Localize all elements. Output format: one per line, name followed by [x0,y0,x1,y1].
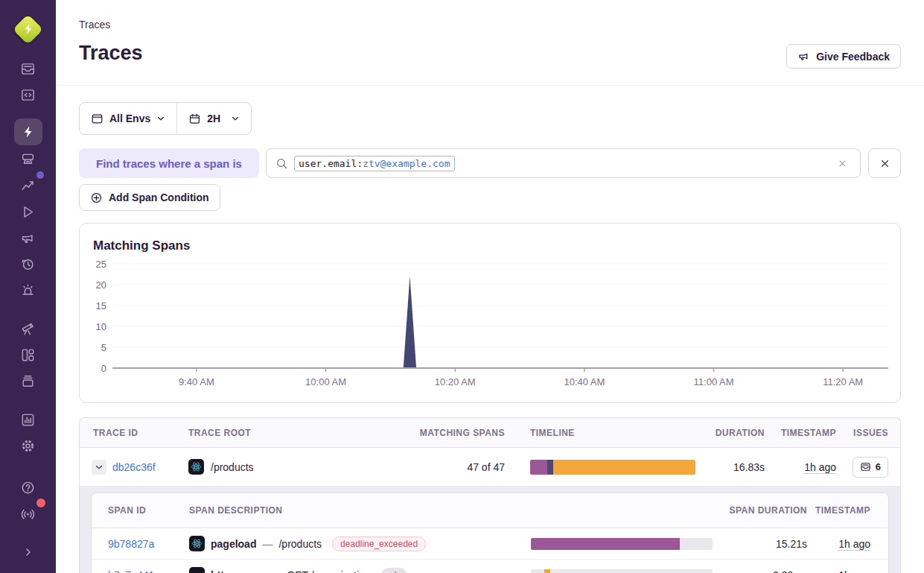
sidebar-collapse-button[interactable] [14,539,42,565]
span-search-input[interactable]: user.email:ztv@example.com [266,148,861,178]
trace-expanded-section: SPAN ID SPAN DESCRIPTION SPAN DURATION T… [80,487,900,573]
trace-root-label[interactable]: /products [211,461,254,473]
trace-timestamp[interactable]: 1h ago [804,461,836,474]
spotlight-logo[interactable] [12,13,45,45]
svg-text:9:40 AM: 9:40 AM [179,376,214,387]
insights-badge [36,171,44,179]
trace-timeline-bar[interactable] [530,460,695,475]
span-status-badge: ok [381,568,407,573]
sidebar-item-crons[interactable] [14,251,42,276]
span-id-link[interactable]: 9b78827a [108,538,154,550]
svg-text:0: 0 [101,363,106,374]
explore-icon [20,321,36,337]
col-issues: ISSUES [853,428,900,438]
give-feedback-button[interactable]: Give Feedback [786,44,901,69]
crons-icon [20,256,36,272]
sidebar-item-replays[interactable] [14,199,42,224]
window-icon [91,113,103,125]
remove-condition-button[interactable] [868,148,901,178]
sidebar-item-stats[interactable] [14,407,42,432]
express-icon: ex [189,567,205,573]
environment-filter-label: All Envs [109,113,150,124]
add-span-condition-button[interactable]: Add Span Condition [79,184,220,211]
svg-text:5: 5 [101,342,106,353]
span-timestamp[interactable]: 1h ago [838,569,870,573]
matching-spans-panel: Matching Spans 05101520259:40 AM10:00 AM… [79,223,901,403]
header-divider [56,85,924,86]
trace-duration: 16.83s [733,461,765,473]
sidebar-item-traces[interactable] [14,118,42,145]
breadcrumb[interactable]: Traces [79,19,110,31]
main-content: Traces Traces Give Feedback All Envs 2H … [56,0,924,573]
col-timeline: TIMELINE [505,428,716,438]
traces-icon [21,124,36,139]
x-icon [837,158,848,169]
plus-circle-icon [90,191,103,204]
chart-title: Matching Spans [93,238,190,253]
chevron-down-icon [156,114,165,123]
environment-filter[interactable]: All Envs [80,103,176,134]
sidebar-item-settings[interactable] [14,433,42,458]
trace-id-link[interactable]: db26c36f [112,461,156,473]
give-feedback-label: Give Feedback [816,51,890,63]
lightning-bolt-icon [22,23,34,35]
svg-text:11:20 AM: 11:20 AM [823,376,863,387]
trace-row: db26c36f /products 47 of 47 16.83s 1h ag… [80,448,900,487]
collapse-icon [22,546,34,558]
help-icon [20,480,36,496]
span-table-header: SPAN ID SPAN DESCRIPTION SPAN DURATION T… [92,493,888,528]
react-icon [189,536,205,551]
x-icon [879,157,891,170]
whats-new-icon [20,506,36,522]
span-operation: pageload [211,538,256,550]
chevron-down-icon [231,114,240,123]
filter-group: All Envs 2H [79,102,252,135]
sidebar-item-releases[interactable] [14,368,42,393]
sidebar-item-alerts[interactable] [14,277,42,303]
span-description[interactable]: /products [278,538,322,550]
sidebar-item-feedback[interactable] [14,225,42,250]
sidebar-item-insights[interactable] [14,173,42,198]
sidebar-item-explore[interactable] [14,316,42,341]
span-duration: 15.21s [776,538,810,550]
svg-text:10:00 AM: 10:00 AM [305,376,346,387]
span-duration-bar [531,538,713,550]
add-span-condition-label: Add Span Condition [109,191,209,203]
trace-issues-button[interactable]: 6 [853,457,888,478]
matching-spans-chart[interactable]: 05101520259:40 AM10:00 AM10:20 AM10:40 A… [80,253,900,401]
svg-text:11:00 AM: 11:00 AM [694,376,734,387]
sidebar-nav [0,56,56,573]
span-description[interactable]: GET /organization [287,569,371,573]
sidebar-item-profiling[interactable] [14,147,42,172]
svg-text:10:40 AM: 10:40 AM [564,376,605,387]
svg-text:25: 25 [96,259,106,270]
sidebar-item-issues[interactable] [14,56,42,81]
insights-icon [20,178,36,194]
col-trace-id: TRACE ID [80,428,188,438]
sidebar-item-projects[interactable] [14,82,42,107]
search-query-token[interactable]: user.email:ztv@example.com [294,156,455,171]
sidebar-item-dashboards[interactable] [14,342,42,367]
col-matching-spans: MATCHING SPANS [420,428,505,438]
sidebar [0,0,56,573]
react-icon [188,459,204,475]
projects-icon [20,87,36,103]
span-condition-label: Find traces where a span is [79,148,259,178]
sidebar-item-whats-new[interactable] [14,501,42,526]
span-timestamp[interactable]: 1h ago [838,538,870,551]
collapse-row-button[interactable] [92,460,106,475]
span-id-link[interactable]: b7a7e441 [108,569,154,573]
clear-search-button[interactable] [834,155,851,172]
date-range-filter[interactable]: 2H [177,103,251,134]
dashboards-icon [20,347,36,363]
inbox-icon [860,461,871,472]
col-span-duration: SPAN DURATION [730,505,810,516]
col-span-timestamp: TIMESTAMP [815,505,888,516]
svg-text:10: 10 [96,321,106,332]
sidebar-item-help[interactable] [14,475,42,500]
trace-table-header: TRACE ID TRACE ROOT MATCHING SPANS TIMEL… [80,418,900,448]
calendar-icon [188,113,201,125]
trace-table: TRACE ID TRACE ROOT MATCHING SPANS TIMEL… [79,417,901,573]
whats-new-badge [36,498,45,507]
span-row: 9b78827a pageload — /products deadline_e… [92,528,888,560]
